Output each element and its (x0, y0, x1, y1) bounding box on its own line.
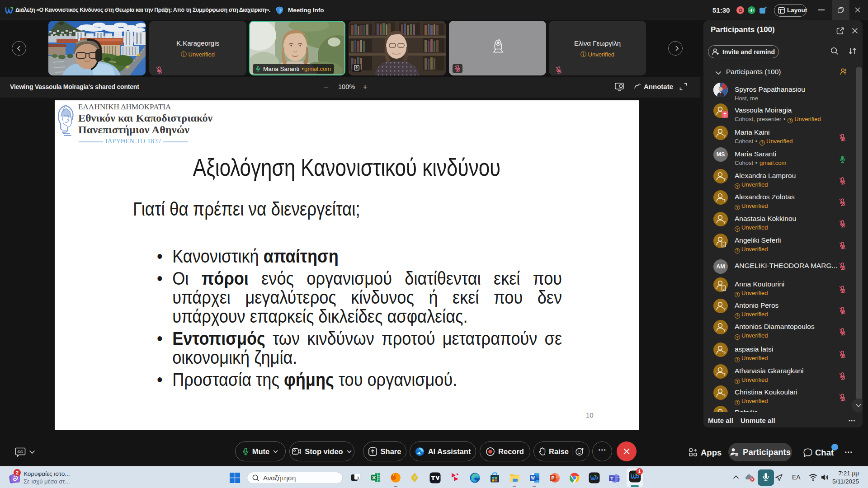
svg-text:CC: CC (18, 450, 23, 454)
